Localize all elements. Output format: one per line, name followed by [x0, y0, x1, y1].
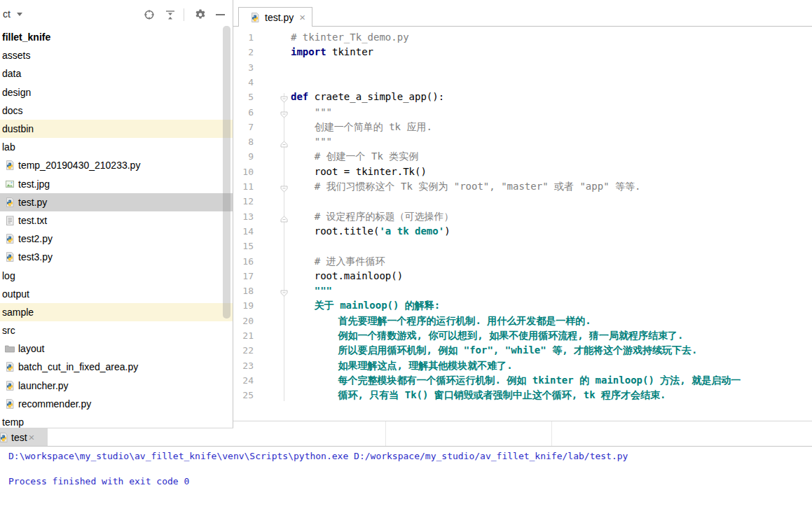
code-line: """ — [291, 105, 812, 120]
run-strip-separator — [551, 421, 552, 446]
python-file-icon — [4, 361, 15, 372]
line-number[interactable]: 11 — [233, 179, 254, 194]
line-number[interactable]: 1 — [233, 30, 254, 45]
tree-item-docs[interactable]: docs — [0, 102, 233, 120]
project-scrollbar-thumb[interactable] — [223, 26, 230, 318]
tree-item-data[interactable]: data — [0, 64, 233, 83]
close-icon[interactable]: × — [299, 12, 305, 22]
line-number[interactable]: 21 — [233, 328, 254, 343]
python-file-icon — [4, 160, 15, 171]
tree-item-label: test3.py — [18, 251, 53, 262]
tree-item-label: sample — [2, 307, 34, 318]
code-line: 所以要启用循环机制, 例如 "for", "while" 等, 才能将这个游戏持… — [291, 343, 812, 358]
tree-item-design[interactable]: design — [0, 83, 233, 102]
line-number[interactable]: 9 — [233, 149, 254, 164]
project-view-selector-label: ct — [3, 8, 11, 20]
fold-up-icon[interactable] — [280, 213, 289, 220]
code-line: # 进入事件循环 — [291, 254, 812, 269]
locate-icon[interactable] — [143, 8, 156, 21]
code-line: """ — [291, 284, 812, 298]
project-view-selector[interactable]: ct — [3, 8, 22, 20]
tree-item-batch-cut-in-fixed-area-py[interactable]: batch_cut_in_fixed_area.py — [0, 358, 233, 376]
tree-item-label: docs — [2, 105, 23, 116]
python-file-icon — [4, 251, 15, 262]
tree-item-sample[interactable]: sample — [0, 303, 233, 321]
line-number[interactable]: 23 — [233, 358, 254, 373]
tree-item-test-jpg[interactable]: test.jpg — [0, 175, 233, 193]
close-icon[interactable]: × — [29, 432, 35, 442]
tree-item-output[interactable]: output — [0, 285, 233, 303]
tree-item-label: dustbin — [2, 123, 34, 134]
tree-item-assets[interactable]: assets — [0, 46, 233, 64]
console-line — [8, 463, 812, 475]
run-strip-separator — [385, 421, 386, 446]
line-number[interactable]: 17 — [233, 269, 254, 284]
line-number[interactable]: 6 — [233, 105, 254, 120]
line-number[interactable]: 18 — [233, 284, 254, 298]
line-number[interactable]: 24 — [233, 373, 254, 388]
line-number[interactable]: 4 — [233, 75, 254, 90]
line-number[interactable]: 20 — [233, 314, 254, 328]
tree-item-fillet-knife[interactable]: fillet_knife — [0, 28, 233, 46]
tree-item-temp[interactable]: temp — [0, 413, 233, 428]
tree-item-launcher-py[interactable]: launcher.py — [0, 377, 233, 395]
tree-item-label: src — [2, 325, 15, 336]
collapse-all-icon[interactable] — [164, 8, 177, 21]
line-number[interactable]: 2 — [233, 45, 254, 59]
line-number[interactable]: 5 — [233, 90, 254, 104]
fold-down-icon[interactable] — [280, 108, 289, 115]
line-number[interactable]: 16 — [233, 254, 254, 269]
run-panel-border — [0, 446, 812, 447]
python-file-icon — [4, 197, 15, 208]
toolbar-separator — [184, 8, 184, 21]
line-number[interactable]: 15 — [233, 239, 254, 253]
tree-item-label: launcher.py — [18, 380, 69, 391]
project-tree[interactable]: fillet_knifeassetsdatadesigndocsdustbinl… — [0, 28, 233, 428]
tree-item-label: design — [2, 87, 31, 98]
line-number[interactable]: 22 — [233, 343, 254, 358]
tree-item-test-py[interactable]: test.py — [0, 193, 233, 211]
line-number[interactable]: 14 — [233, 224, 254, 239]
python-file-icon — [4, 398, 15, 410]
line-number[interactable]: 3 — [233, 60, 254, 75]
tree-item-test2-py[interactable]: test2.py — [0, 230, 233, 248]
code-line: root.title('a tk demo') — [291, 224, 812, 239]
code-line: 例如一个猜数游戏, 你可以想到, 如果不使用循环流程, 猜一局就程序结束了. — [291, 328, 812, 343]
line-number[interactable]: 13 — [233, 209, 254, 224]
editor-tab-test-py[interactable]: test.py × — [238, 7, 312, 27]
tree-item-label: fillet_knife — [2, 31, 50, 43]
code-editor-surface[interactable]: 1# tkinter_Tk_demo.py2import tkinter345d… — [233, 27, 812, 421]
line-number[interactable]: 25 — [233, 388, 254, 402]
hide-panel-icon[interactable] — [216, 14, 225, 15]
run-tab-test[interactable]: test × — [0, 428, 48, 446]
tree-item-test-txt[interactable]: test.txt — [0, 211, 233, 230]
tree-item-log[interactable]: log — [0, 266, 233, 284]
line-number[interactable]: 12 — [233, 194, 254, 209]
tree-item-test3-py[interactable]: test3.py — [0, 248, 233, 266]
settings-icon[interactable] — [194, 8, 207, 21]
code-line: 创建一个简单的 tk 应用. — [291, 120, 812, 134]
tree-item-src[interactable]: src — [0, 321, 233, 340]
run-console[interactable]: D:\workspace\my_studio\av_fillet_knife\v… — [8, 450, 812, 488]
tree-item-dustbin[interactable]: dustbin — [0, 120, 233, 138]
line-number[interactable]: 7 — [233, 120, 254, 134]
tree-item-label: assets — [2, 50, 30, 61]
tree-item-label: batch_cut_in_fixed_area.py — [18, 361, 138, 372]
fold-down-icon[interactable] — [280, 183, 289, 190]
code-line: """ — [291, 134, 812, 149]
editor-area[interactable]: test.py × 1# tkinter_Tk_demo.py2import t… — [233, 0, 812, 421]
python-file-icon — [249, 12, 261, 23]
fold-down-icon[interactable] — [280, 93, 289, 100]
fold-up-icon[interactable] — [280, 138, 289, 145]
fold-down-icon[interactable] — [280, 287, 289, 294]
code-line: 如果理解这点, 理解其他模块就不难了. — [291, 358, 812, 373]
tree-item-lab[interactable]: lab — [0, 138, 233, 156]
tree-item-temp-20190430-210233-py[interactable]: temp_20190430_210233.py — [0, 156, 233, 174]
tree-item-layout[interactable]: layout — [0, 340, 233, 358]
line-number[interactable]: 19 — [233, 298, 254, 313]
line-number[interactable]: 8 — [233, 134, 254, 149]
image-file-icon — [4, 178, 15, 190]
text-file-icon — [4, 215, 15, 226]
tree-item-recommender-py[interactable]: recommender.py — [0, 395, 233, 413]
line-number[interactable]: 10 — [233, 164, 254, 179]
